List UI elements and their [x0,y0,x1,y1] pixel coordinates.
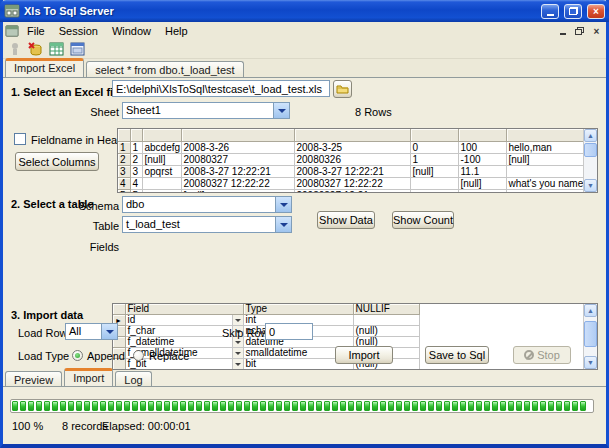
menu-bar: File Session Window Help × [3,22,606,40]
title-bar[interactable]: Xls To Sql Server × [0,0,609,22]
disconnect-icon[interactable] [27,41,44,57]
load-rows-combo[interactable]: All [65,323,118,340]
section1-title: 1. Select an Excel file [11,86,122,98]
restore-button[interactable] [564,4,582,19]
schema-combo[interactable]: dbo [122,196,292,213]
fields-grid-header-row: Field Type NULLIF [113,304,419,315]
field-nullif[interactable]: (null) [353,326,419,337]
append-label: Append [87,350,125,362]
open-excel-icon[interactable] [48,41,65,57]
record-count: 8 records [62,420,108,432]
table-label: Table [75,220,119,232]
schema-combo-value: dbo [123,197,275,212]
field-nullif[interactable] [353,315,419,326]
sheet-combo-dropdown[interactable] [273,103,289,118]
sheet-label: Sheet [75,106,119,118]
row-selector[interactable]: 2 [118,153,130,165]
scroll-thumb[interactable] [584,321,597,347]
field-name: f_char [128,326,156,337]
scroll-down-icon[interactable]: ▼ [584,356,597,369]
tab-select-query[interactable]: select * from dbo.t_load_test [86,61,243,77]
tab-log[interactable]: Log [115,371,151,386]
fields-header-field: Field [125,304,243,315]
field-dropdown[interactable] [232,348,243,358]
append-radio[interactable] [72,350,83,361]
window-title: Xls To Sql Server [24,5,536,17]
replace-radio[interactable] [133,350,144,361]
row-selector[interactable]: 5 [118,189,130,193]
mdi-restore-icon [575,27,584,35]
sheet-combo[interactable]: Sheet1 [122,102,290,119]
skip-rows-input[interactable] [265,323,313,340]
import-excel-page: 1. Select an Excel file Sheet Sheet1 8 R… [3,78,606,444]
sql-window-icon[interactable] [69,41,86,57]
preview-row-1: 1 1 abcdefg 2008-3-26 2008-3-25 0 100 he… [118,141,585,153]
restore-icon [569,7,578,15]
progress-fill [12,401,586,411]
table-combo-dropdown[interactable] [275,217,291,232]
app-window: Xls To Sql Server × File Session Window … [0,0,609,448]
fields-header-nullif: NULLIF [353,304,419,315]
table-combo[interactable]: t_load_test [122,216,292,233]
menu-window[interactable]: Window [106,23,157,39]
scroll-up-icon[interactable]: ▲ [584,129,597,142]
load-rows-dropdown[interactable] [101,324,117,339]
chevron-down-icon [235,363,241,366]
save-to-sql-button[interactable]: Save to Sql [425,346,489,364]
tab-import-excel[interactable]: Import Excel [5,58,84,77]
scroll-up-icon[interactable]: ▲ [584,304,597,317]
chevron-down-icon [235,341,241,344]
toolbar [3,40,606,59]
scroll-down-icon[interactable]: ▼ [584,179,597,192]
select-columns-button[interactable]: Select Columns [15,152,99,171]
row-selector[interactable]: 4 [118,177,130,189]
sheet-combo-value: Sheet1 [123,103,273,118]
excel-file-input[interactable] [112,80,330,97]
field-dropdown[interactable] [232,315,243,325]
tab-import[interactable]: Import [64,368,113,386]
stop-icon [524,350,534,360]
load-type-label: Load Type [18,350,69,362]
row-selector[interactable]: 3 [118,165,130,177]
preview-grid-header-row [118,129,585,141]
mdi-close-button[interactable]: × [589,25,604,38]
mdi-minimize-button[interactable] [555,25,570,38]
fields-grid-scrollbar[interactable]: ▲ ▼ [583,304,597,369]
chevron-down-icon [278,109,286,113]
show-count-button[interactable]: Show Count [392,211,454,229]
fieldname-header-checkbox[interactable] [14,133,26,145]
preview-row-4: 4 4 20080327 12:22:22 20080327 12:22:22 … [118,177,585,189]
menu-file[interactable]: File [21,23,51,39]
mdi-child-icon [5,24,19,38]
tab-preview[interactable]: Preview [5,371,62,386]
import-button[interactable]: Import [335,346,393,364]
replace-label: Replace [149,350,189,362]
schema-combo-dropdown[interactable] [275,197,291,212]
close-button[interactable]: × [587,4,605,19]
field-name: id [128,315,136,326]
chevron-down-icon [235,319,241,322]
folder-icon [336,84,349,94]
table-combo-value: t_load_test [123,217,275,232]
preview-grid-scrollbar[interactable]: ▲ ▼ [583,129,597,192]
load-rows-value: All [66,324,101,339]
show-data-button[interactable]: Show Data [317,211,375,229]
progress-percent: 100 % [12,420,43,432]
fields-header-type: Type [243,304,353,315]
minimize-button[interactable] [541,4,559,19]
preview-grid[interactable]: 1 1 abcdefg 2008-3-26 2008-3-25 0 100 he… [117,128,598,193]
mdi-restore-button[interactable] [572,25,587,38]
section3-title: 3. Import data [11,309,83,321]
field-dropdown[interactable] [232,359,243,369]
connect-icon[interactable] [6,41,23,57]
chevron-down-icon [280,223,288,227]
preview-row-5: 5 5 ... [null] 20080327 12:21 [118,189,585,193]
field-name: f_datetime [128,337,175,348]
mdi-minimize-icon [560,33,566,35]
scroll-thumb[interactable] [584,143,597,157]
browse-file-button[interactable] [333,80,352,98]
menu-help[interactable]: Help [159,23,194,39]
row-selector[interactable]: 1 [118,141,130,153]
document-tab-bar: Import Excel select * from dbo.t_load_te… [3,59,606,78]
menu-session[interactable]: Session [53,23,104,39]
